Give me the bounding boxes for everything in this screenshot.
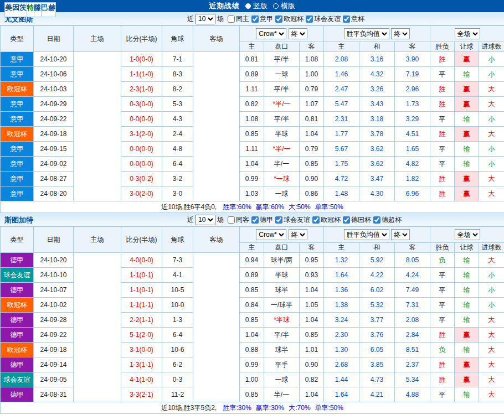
filter-checkbox-球会友谊[interactable]: 球会友谊 — [306, 14, 341, 24]
goals-cell: 小 — [479, 142, 504, 157]
avg-away-cell: 7.31 — [395, 298, 430, 313]
checkbox-球会友谊[interactable] — [275, 216, 282, 224]
summary-stat: 赢率:30% — [256, 404, 284, 412]
score-cell: 1-3(1-1) — [121, 357, 162, 372]
corner-cell: 5-3 — [162, 97, 193, 112]
filter-checkbox-欧冠杯[interactable]: 欧冠杯 — [312, 215, 341, 225]
league-cell: 球会友谊 — [1, 372, 34, 387]
filter-checkbox-欧冠杯[interactable]: 欧冠杯 — [275, 14, 304, 24]
col-avg-draw: 和 — [359, 243, 395, 253]
date-cell: 24-09-18 — [34, 127, 74, 142]
col-type: 类型 — [1, 227, 34, 253]
filter-checkbox-德国杯[interactable]: 德国杯 — [343, 215, 371, 225]
score-cell: 2-3(1-0) — [121, 82, 162, 97]
avg-home-cell: 4.72 — [324, 172, 359, 186]
match-row: 德甲24-10-20拜仁慕尼黑4-0(0-0)7-3斯图加特0.94球半/两0.… — [1, 253, 504, 268]
avg-final-select[interactable]: 终 — [391, 229, 410, 240]
avg-draw-cell: 4.22 — [359, 268, 395, 283]
filter-checkbox-意甲[interactable]: 意甲 — [251, 14, 273, 24]
avg-draw-cell: 3.16 — [359, 52, 395, 67]
avg-source-select[interactable]: 胜平负均值 — [344, 229, 389, 240]
match-count-select[interactable]: 10 — [196, 215, 215, 225]
score-cell: 0-0(0-0) — [121, 112, 162, 127]
checkbox-意甲[interactable] — [251, 15, 259, 23]
filter-checkbox-德超杯[interactable]: 德超杯 — [373, 215, 402, 225]
scope-header-group: 全场 — [430, 26, 504, 42]
away-odds-cell: 0.79 — [300, 142, 324, 157]
col-type: 类型 — [1, 26, 34, 52]
checkbox-意杯[interactable] — [343, 15, 350, 23]
checkbox-同客[interactable] — [228, 216, 235, 224]
result-cell: 胜 — [430, 52, 455, 67]
page-title: 近期战绩 — [209, 1, 240, 11]
checkbox-欧冠杯[interactable] — [312, 216, 320, 224]
score-cell: 3-1(0-0) — [121, 343, 162, 357]
matches-tbody: 意甲24-10-20尤文图斯1-0(0-0)7-1拉齐奥10.81平/半1.08… — [1, 52, 504, 213]
result-cell: 胜 — [430, 186, 455, 201]
handicap-cell: 一球 — [264, 67, 300, 82]
date-cell: 24-09-28 — [34, 313, 74, 328]
match-row: 欧冠杯24-09-18尤文图斯3-1(2-0)2-4埃因霍温0.85半球1.04… — [1, 127, 504, 142]
layout-option-vertical[interactable]: 竖版 — [245, 1, 268, 11]
col-score: 比分(半场) — [121, 26, 162, 52]
league-cell: 意甲 — [1, 157, 34, 172]
handicap-result-cell: 输 — [455, 298, 479, 313]
matches-tbody: 德甲24-10-20拜仁慕尼黑4-0(0-0)7-3斯图加特0.94球半/两0.… — [1, 253, 504, 414]
result-cell: 负 — [430, 343, 455, 357]
summary-stat: 胜率:60% — [223, 203, 251, 211]
filter-checkbox-同客[interactable]: 同客 — [228, 215, 249, 225]
avg-draw-cell: 3.76 — [359, 328, 395, 343]
avg-source-select[interactable]: 胜平负均值 — [344, 28, 389, 39]
odds-header-group: Crow* 终 — [240, 227, 324, 243]
filter-checkbox-球会友谊[interactable]: 球会友谊 — [275, 215, 310, 225]
odds-final-select[interactable]: 终 — [289, 229, 307, 240]
score-cell: 4-0(0-0) — [121, 253, 162, 268]
home-odds-cell: 1.04 — [240, 157, 264, 172]
checkbox-欧冠杯[interactable] — [275, 15, 282, 23]
checkbox-德甲[interactable] — [251, 216, 259, 224]
handicap-cell: *一球 — [264, 172, 300, 186]
date-cell: 24-08-27 — [34, 172, 74, 186]
avg-away-cell: 2.96 — [395, 82, 430, 97]
checkbox-球会友谊[interactable] — [306, 15, 313, 23]
away-odds-cell: 1.07 — [300, 97, 324, 112]
result-cell: 胜 — [430, 328, 455, 343]
checkbox-同主[interactable] — [228, 15, 235, 23]
layout-option-horizontal[interactable]: 横版 — [273, 1, 295, 11]
handicap-cell: 球半 — [264, 343, 300, 357]
home-odds-cell: 0.85 — [240, 283, 264, 298]
summary-stat: 赢率:60% — [256, 203, 284, 211]
col-date: 日期 — [34, 227, 74, 253]
avg-draw-cell: 3.26 — [359, 82, 395, 97]
col-corner: 角球 — [162, 26, 193, 52]
col-score: 比分(半场) — [121, 227, 162, 253]
corner-cell: 8-2 — [162, 82, 193, 97]
filter-checkbox-同主[interactable]: 同主 — [228, 14, 249, 24]
avg-away-cell: 4.82 — [395, 157, 430, 172]
away-odds-cell: 1.05 — [300, 298, 324, 313]
scope-select[interactable]: 全场 — [455, 229, 480, 240]
handicap-result-cell: 输 — [455, 253, 479, 268]
match-row: 德甲24-08-31斯图加特3-3(2-1)11-2美因茨0.85半/一1.04… — [1, 387, 504, 402]
odds-source-select[interactable]: Crow* — [256, 229, 286, 240]
scope-select[interactable]: 全场 — [455, 28, 480, 39]
score-cell: 3-0(2-0) — [121, 186, 162, 201]
goals-cell: 小 — [479, 112, 504, 127]
match-row: 德甲24-10-07斯图加特1-1(0-1)10-5霍芬海姆0.85球半1.04… — [1, 283, 504, 298]
match-count-select[interactable]: 10 — [196, 14, 215, 24]
radio-label-horizontal: 横版 — [281, 1, 295, 11]
result-cell: 平 — [430, 112, 455, 127]
home-odds-cell: 1.11 — [240, 82, 264, 97]
odds-final-select[interactable]: 终 — [289, 28, 307, 39]
corner-cell: 4-3 — [162, 112, 193, 127]
checkbox-德国杯[interactable] — [343, 216, 350, 224]
filter-checkbox-意杯[interactable]: 意杯 — [343, 14, 364, 24]
odds-source-select[interactable]: Crow* — [256, 28, 286, 39]
corner-cell: 10-6 — [162, 343, 193, 357]
filter-checkbox-德甲[interactable]: 德甲 — [251, 215, 273, 225]
handicap-result-cell: 输 — [455, 313, 479, 328]
avg-final-select[interactable]: 终 — [391, 28, 410, 39]
checkbox-德超杯[interactable] — [373, 216, 380, 224]
home-odds-cell: 1.04 — [240, 328, 264, 343]
score-cell: 1-1(0-1) — [121, 283, 162, 298]
